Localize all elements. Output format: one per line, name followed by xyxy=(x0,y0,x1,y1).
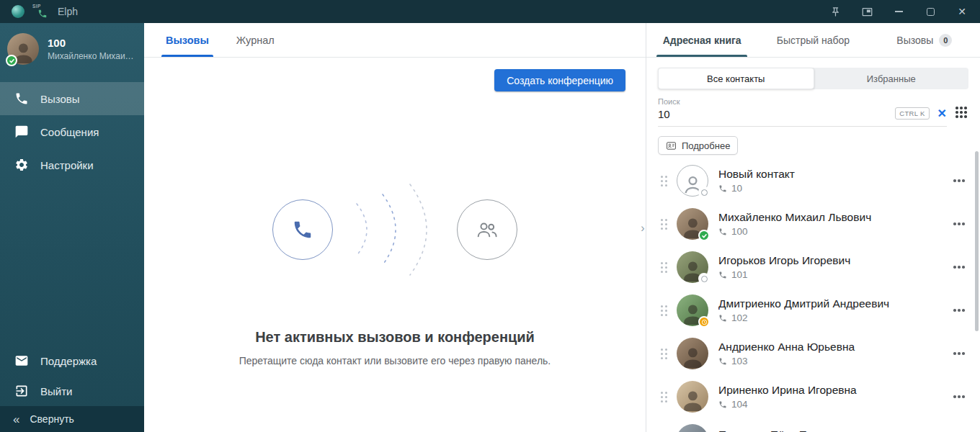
phone-icon xyxy=(718,184,727,193)
drag-handle-icon[interactable] xyxy=(661,176,667,186)
contact-more-button[interactable] xyxy=(948,213,970,235)
sidebar-item-label: Настройки xyxy=(40,159,94,171)
sidebar-item-label: Сообщения xyxy=(40,126,99,138)
status-badge xyxy=(698,230,710,241)
app-window: SIP Elph ✕ xyxy=(0,0,980,432)
status-badge xyxy=(698,316,710,328)
filter-all-contacts[interactable]: Все контакты xyxy=(658,68,814,89)
empty-state-subtitle: Перетащите сюда контакт или вызовите его… xyxy=(239,355,551,366)
search-label: Поиск xyxy=(658,97,947,106)
contact-info: Андриенко Анна Юрьевна 103 xyxy=(718,341,948,366)
dialpad-icon[interactable] xyxy=(956,107,967,118)
window-controls: ✕ xyxy=(829,5,968,18)
contact-row[interactable]: Дмитриенко Дмитрий Андреевич 102 xyxy=(646,289,980,332)
sidebar-item-calls[interactable]: Вызовы xyxy=(0,82,144,115)
sidebar-item-settings[interactable]: Настройки xyxy=(0,148,144,181)
logout-icon xyxy=(14,384,29,398)
profile-extension: 100 xyxy=(48,37,134,49)
contact-row[interactable]: Михайленко Михаил Львович 100 xyxy=(646,202,980,246)
profile-name: Михайленко Михаи… xyxy=(48,51,134,61)
drag-handle-icon[interactable] xyxy=(661,305,667,316)
empty-state-illustration xyxy=(272,175,517,284)
calls-count-badge: 0 xyxy=(939,34,952,47)
sidebar-footer-nav: Поддержка Выйти xyxy=(0,346,144,406)
sidebar-item-label: Вызовы xyxy=(40,93,80,105)
contact-more-button[interactable] xyxy=(948,170,970,192)
tab-address-book[interactable]: Адресная книга xyxy=(646,23,757,57)
contact-avatar xyxy=(677,338,708,369)
tab-calls[interactable]: Вызовы xyxy=(161,23,213,57)
sidebar-item-messages[interactable]: Сообщения xyxy=(0,115,144,148)
contact-info: Новый контакт 10 xyxy=(718,168,948,194)
contact-avatar xyxy=(677,294,708,326)
profile-block[interactable]: 100 Михайленко Михаи… xyxy=(0,23,144,76)
contact-row[interactable]: Игорьков Игорь Игоревич 101 xyxy=(646,246,980,289)
contact-avatar xyxy=(677,165,708,197)
create-conference-button[interactable]: Создать конференцию xyxy=(494,69,625,91)
contact-name: Ириненко Ирина Игоревна xyxy=(718,384,948,397)
profile-text: 100 Михайленко Михаи… xyxy=(48,37,134,61)
close-button[interactable]: ✕ xyxy=(956,5,968,18)
mail-icon xyxy=(14,354,29,368)
tab-journal[interactable]: Журнал xyxy=(232,23,279,57)
app-logo-icon xyxy=(12,5,24,18)
app-title: Elph xyxy=(58,6,78,17)
contact-row[interactable]: Андриенко Анна Юрьевна 103 xyxy=(646,332,980,375)
tab-calls-count[interactable]: Вызовы 0 xyxy=(869,23,980,57)
sidebar-item-support[interactable]: Поддержка xyxy=(0,346,144,376)
empty-state-title: Нет активных вызовов и конференций xyxy=(255,329,535,346)
contact-avatar xyxy=(677,381,708,413)
minimize-button[interactable] xyxy=(892,5,905,18)
contact-number: 101 xyxy=(718,269,948,280)
contact-avatar xyxy=(677,424,708,432)
calls-main-panel: Вызовы Журнал Создать конференцию xyxy=(144,23,646,432)
sidebar-item-label: Выйти xyxy=(40,385,72,397)
phone-icon xyxy=(718,228,727,236)
drag-handle-icon[interactable] xyxy=(661,348,667,359)
phone-circle-icon xyxy=(272,199,333,260)
sidebar-item-logout[interactable]: Выйти xyxy=(0,376,144,406)
search-input[interactable]: Поиск 10 CTRL K ✕ xyxy=(658,96,947,127)
people-circle-icon xyxy=(457,199,517,260)
titlebar-left: SIP Elph xyxy=(12,4,78,19)
maximize-button[interactable] xyxy=(924,5,937,18)
contact-info: Михайленко Михаил Львович 100 xyxy=(718,211,948,237)
contact-row[interactable]: Петренко Пётр Петрович xyxy=(646,418,980,432)
contacts-tabbar: Адресная книга Быстрый набор Вызовы 0 xyxy=(646,23,980,58)
shortcut-hint-badge: CTRL K xyxy=(895,107,929,120)
contact-more-button[interactable] xyxy=(948,386,970,408)
profile-avatar xyxy=(7,33,39,65)
sidebar: 100 Михайленко Михаи… Вызовы Сообщения Н… xyxy=(0,23,144,432)
picture-in-picture-icon[interactable] xyxy=(860,5,873,18)
scrollbar-thumb[interactable] xyxy=(975,151,979,331)
contact-name: Новый контакт xyxy=(718,168,948,181)
contact-row[interactable]: Новый контакт 10 xyxy=(646,159,980,202)
filter-favorites[interactable]: Избранные xyxy=(814,68,969,89)
chevron-right-icon: › xyxy=(641,222,644,235)
tab-speed-dial[interactable]: Быстрый набор xyxy=(757,23,868,57)
sidebar-collapse-button[interactable]: « Свернуть xyxy=(0,406,144,432)
status-badge xyxy=(698,186,710,198)
details-button[interactable]: Подробнее xyxy=(658,136,738,155)
pin-window-icon[interactable] xyxy=(829,5,842,18)
contact-row[interactable]: Ириненко Ирина Игоревна 104 xyxy=(646,375,980,418)
contact-more-button[interactable] xyxy=(948,343,970,364)
main-tabbar: Вызовы Журнал xyxy=(144,23,646,58)
contact-more-button[interactable] xyxy=(948,256,970,278)
contact-info: Дмитриенко Дмитрий Андреевич 102 xyxy=(718,297,948,323)
dashed-arcs-graphic xyxy=(333,175,457,284)
contact-card-icon xyxy=(666,140,677,151)
contact-number: 103 xyxy=(718,356,948,366)
drag-handle-icon[interactable] xyxy=(661,262,667,273)
collapse-label: Свернуть xyxy=(30,413,74,425)
contact-more-button[interactable] xyxy=(948,429,970,432)
panel-collapse-handle[interactable]: › xyxy=(637,217,649,239)
contact-number: 10 xyxy=(718,183,948,194)
drag-handle-icon[interactable] xyxy=(661,219,667,230)
drag-handle-icon[interactable] xyxy=(661,392,667,402)
clear-search-icon[interactable]: ✕ xyxy=(937,108,947,120)
online-status-badge xyxy=(6,55,17,66)
sip-phone-icon: SIP xyxy=(32,4,49,19)
contact-more-button[interactable] xyxy=(948,300,970,321)
contact-info: Игорьков Игорь Игоревич 101 xyxy=(718,254,948,280)
